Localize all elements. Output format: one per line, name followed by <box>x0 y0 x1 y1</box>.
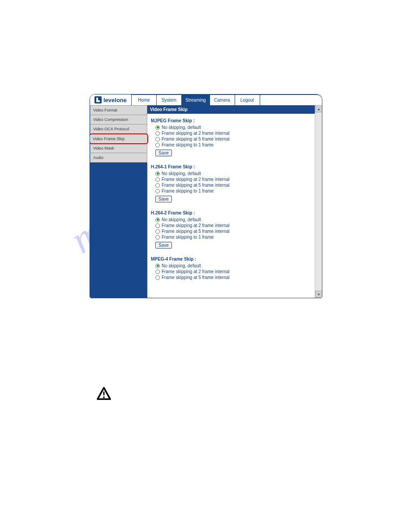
radio-icon[interactable] <box>155 125 160 130</box>
tab-camera[interactable]: Camera <box>210 94 235 105</box>
tab-system[interactable]: System <box>157 94 182 105</box>
top-tabs: Home System Streaming Camera Logout <box>132 94 322 105</box>
radio-h264-2-3[interactable]: Frame skipping to 1 frame <box>155 235 311 240</box>
radio-icon[interactable] <box>155 137 160 142</box>
radio-icon[interactable] <box>155 131 160 136</box>
radio-icon[interactable] <box>155 275 160 280</box>
section-h264-1: H.264-1 Frame Skip : No skipping, defaul… <box>147 160 315 206</box>
radio-icon[interactable] <box>155 183 160 188</box>
radio-label: No skipping, default <box>162 217 201 222</box>
tab-logout[interactable]: Logout <box>235 94 260 105</box>
warning-icon <box>96 386 111 403</box>
radio-mpeg4-1[interactable]: Frame skipping at 2 frame internal <box>155 269 311 274</box>
svg-rect-0 <box>103 391 105 395</box>
scroll-down-icon[interactable]: ▾ <box>315 291 322 298</box>
radio-icon[interactable] <box>155 270 160 274</box>
radio-icon[interactable] <box>155 264 160 268</box>
radio-h264-1-1[interactable]: Frame skipping at 2 frame internal <box>155 177 311 182</box>
section-head-mpeg4: MPEG-4 Frame Skip : <box>151 257 311 262</box>
radio-icon[interactable] <box>155 229 160 234</box>
sidebar-item-video-format[interactable]: Video Format <box>90 105 147 115</box>
radio-label: Frame skipping to 1 frame <box>162 235 214 240</box>
radio-mjpeg-1[interactable]: Frame skipping at 2 frame internal <box>155 131 311 136</box>
save-button-h264-1[interactable]: Save <box>155 196 172 202</box>
radio-label: Frame skipping at 2 frame internal <box>162 131 230 136</box>
radio-label: Frame skipping at 5 frame internal <box>162 275 230 280</box>
radio-icon[interactable] <box>155 143 160 147</box>
radio-icon[interactable] <box>155 235 160 240</box>
header-row: levelone Home System Streaming Camera Lo… <box>90 94 322 105</box>
section-h264-2: H.264-2 Frame Skip : No skipping, defaul… <box>147 206 315 252</box>
radio-mjpeg-3[interactable]: Frame skipping to 1 frame <box>155 142 311 147</box>
radio-icon[interactable] <box>155 189 160 193</box>
section-mpeg4: MPEG-4 Frame Skip : No skipping, default… <box>147 252 315 282</box>
radio-mpeg4-2[interactable]: Frame skipping at 5 frame internal <box>155 275 311 280</box>
radio-label: Frame skipping at 5 frame internal <box>162 137 230 142</box>
sidebar-item-video-mask[interactable]: Video Mask <box>90 144 147 153</box>
tab-spacer <box>260 94 322 105</box>
radio-h264-1-2[interactable]: Frame skipping at 5 frame internal <box>155 183 311 188</box>
radio-label: No skipping, default <box>162 263 201 268</box>
content-panel: Video Frame Skip MJPEG Frame Skip : No s… <box>147 105 315 298</box>
tab-home[interactable]: Home <box>132 94 157 105</box>
radio-h264-2-1[interactable]: Frame skipping at 2 frame internal <box>155 223 311 228</box>
radio-label: No skipping, default <box>162 125 201 130</box>
radio-h264-2-0[interactable]: No skipping, default <box>155 217 311 222</box>
save-button-h264-2[interactable]: Save <box>155 242 172 249</box>
radio-h264-2-2[interactable]: Frame skipping at 5 frame internal <box>155 229 311 234</box>
svg-point-1 <box>103 396 105 398</box>
sidebar-item-video-frame-skip[interactable]: Video Frame Skip <box>90 133 148 144</box>
radio-icon[interactable] <box>155 218 160 222</box>
sidebar-item-video-ocx-protocol[interactable]: Video OCX Protocol <box>90 124 147 134</box>
section-head-h264-2: H.264-2 Frame Skip : <box>151 210 311 215</box>
radio-label: No skipping, default <box>162 171 201 176</box>
radio-icon[interactable] <box>155 223 160 228</box>
section-head-mjpeg: MJPEG Frame Skip : <box>151 118 311 123</box>
logo-icon <box>94 96 102 103</box>
radio-label: Frame skipping to 1 frame <box>162 189 214 193</box>
sidebar: Video Format Video Compression Video OCX… <box>90 105 147 298</box>
radio-label: Frame skipping to 1 frame <box>162 142 214 147</box>
scroll-up-icon[interactable]: ▴ <box>315 105 322 112</box>
sidebar-item-video-compression[interactable]: Video Compression <box>90 115 147 124</box>
logo: levelone <box>90 94 132 105</box>
radio-label: Frame skipping at 2 frame internal <box>162 269 230 274</box>
save-button-mjpeg[interactable]: Save <box>155 150 172 156</box>
tab-streaming[interactable]: Streaming <box>182 94 210 105</box>
sidebar-item-audio[interactable]: Audio <box>90 153 147 163</box>
radio-label: Frame skipping at 2 frame internal <box>162 177 230 182</box>
section-head-h264-1: H.264-1 Frame Skip : <box>151 164 311 169</box>
radio-label: Frame skipping at 5 frame internal <box>162 183 230 188</box>
scrollbar[interactable]: ▴ ▾ <box>315 105 322 298</box>
radio-label: Frame skipping at 2 frame internal <box>162 223 230 228</box>
app-window: levelone Home System Streaming Camera Lo… <box>90 94 322 298</box>
radio-label: Frame skipping at 5 frame internal <box>162 229 230 234</box>
logo-text: levelone <box>103 97 127 103</box>
radio-icon[interactable] <box>155 172 160 176</box>
panel-title: Video Frame Skip <box>147 105 315 114</box>
section-mjpeg: MJPEG Frame Skip : No skipping, default … <box>147 114 315 160</box>
radio-mpeg4-0[interactable]: No skipping, default <box>155 263 311 268</box>
radio-mjpeg-2[interactable]: Frame skipping at 5 frame internal <box>155 137 311 142</box>
radio-mjpeg-0[interactable]: No skipping, default <box>155 125 311 130</box>
radio-h264-1-0[interactable]: No skipping, default <box>155 171 311 176</box>
radio-h264-1-3[interactable]: Frame skipping to 1 frame <box>155 189 311 193</box>
radio-icon[interactable] <box>155 177 160 182</box>
